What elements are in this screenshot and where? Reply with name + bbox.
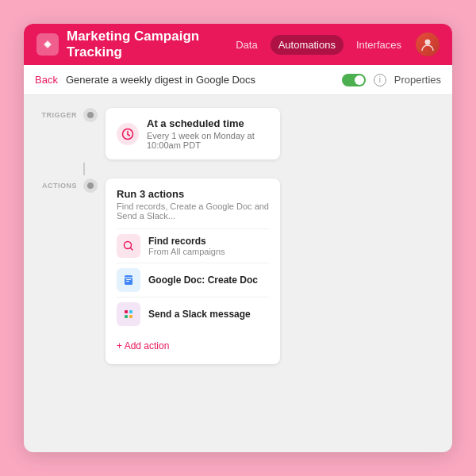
- action-google-doc[interactable]: Google Doc: Create Doc: [117, 263, 269, 297]
- actions-header: Run 3 actions: [117, 188, 269, 200]
- sub-header: Back Generate a weekly digest in Google …: [24, 65, 452, 95]
- actions-dot: [83, 178, 98, 193]
- app-title: Marketing Campaign Tracking: [67, 29, 228, 60]
- avatar-image: [416, 33, 440, 56]
- google-doc-icon: [117, 268, 140, 292]
- automation-name: Generate a weekly digest in Google Docs: [66, 74, 334, 86]
- google-doc-title: Google Doc: Create Doc: [148, 274, 258, 286]
- slack-title: Send a Slack message: [148, 309, 251, 320]
- slack-icon: [117, 302, 140, 326]
- trigger-title: At a scheduled time: [147, 117, 269, 129]
- find-records-title: Find records: [148, 236, 225, 247]
- svg-rect-10: [129, 315, 132, 318]
- slack-info: Send a Slack message: [148, 309, 251, 320]
- back-button[interactable]: Back: [35, 74, 58, 86]
- vert-line-1: [83, 163, 85, 175]
- clock-icon: [117, 123, 139, 145]
- svg-rect-6: [126, 281, 129, 282]
- trigger-label: TRIGGER: [40, 108, 83, 119]
- svg-rect-9: [125, 315, 128, 318]
- nav-data[interactable]: Data: [228, 35, 265, 55]
- properties-button[interactable]: Properties: [394, 74, 441, 86]
- trigger-card[interactable]: At a scheduled time Every 1 week on Mond…: [106, 108, 280, 159]
- avatar[interactable]: [416, 33, 440, 56]
- nav-interfaces[interactable]: Interfaces: [348, 35, 409, 55]
- action-find-records[interactable]: Find records From All campaigns: [117, 228, 269, 263]
- actions-subtitle: Find records, Create a Google Doc and Se…: [117, 202, 269, 221]
- actions-label: ACTIONS: [40, 178, 83, 190]
- svg-rect-8: [129, 310, 132, 313]
- trigger-section: TRIGGER At a scheduled time Every 1 week…: [40, 108, 436, 159]
- connecting-line: [40, 163, 436, 175]
- toggle-thumb: [355, 75, 364, 85]
- trigger-dot: [83, 108, 98, 122]
- header: Marketing Campaign Tracking Data Automat…: [24, 24, 452, 65]
- main-nav: Data Automations Interfaces: [228, 35, 409, 55]
- main-content: TRIGGER At a scheduled time Every 1 week…: [24, 95, 452, 452]
- find-records-subtitle: From All campaigns: [148, 247, 225, 256]
- svg-point-1: [425, 40, 431, 45]
- nav-automations[interactable]: Automations: [271, 35, 344, 55]
- action-slack[interactable]: Send a Slack message: [117, 297, 269, 331]
- trigger-info: At a scheduled time Every 1 week on Mond…: [147, 117, 269, 150]
- svg-rect-5: [126, 279, 131, 280]
- app-logo: [36, 33, 59, 56]
- app-window: Marketing Campaign Tracking Data Automat…: [24, 24, 452, 452]
- actions-section: ACTIONS Run 3 actions Find records, Crea…: [40, 178, 436, 364]
- svg-rect-7: [125, 310, 128, 313]
- info-icon[interactable]: i: [374, 74, 386, 86]
- find-records-icon: [117, 234, 140, 258]
- automation-toggle[interactable]: [342, 74, 366, 86]
- find-records-info: Find records From All campaigns: [148, 236, 225, 256]
- add-action-button[interactable]: + Add action: [117, 337, 269, 355]
- svg-point-0: [46, 43, 50, 47]
- actions-card[interactable]: Run 3 actions Find records, Create a Goo…: [106, 178, 280, 364]
- google-doc-info: Google Doc: Create Doc: [148, 274, 258, 286]
- trigger-subtitle: Every 1 week on Monday at 10:00am PDT: [147, 131, 269, 150]
